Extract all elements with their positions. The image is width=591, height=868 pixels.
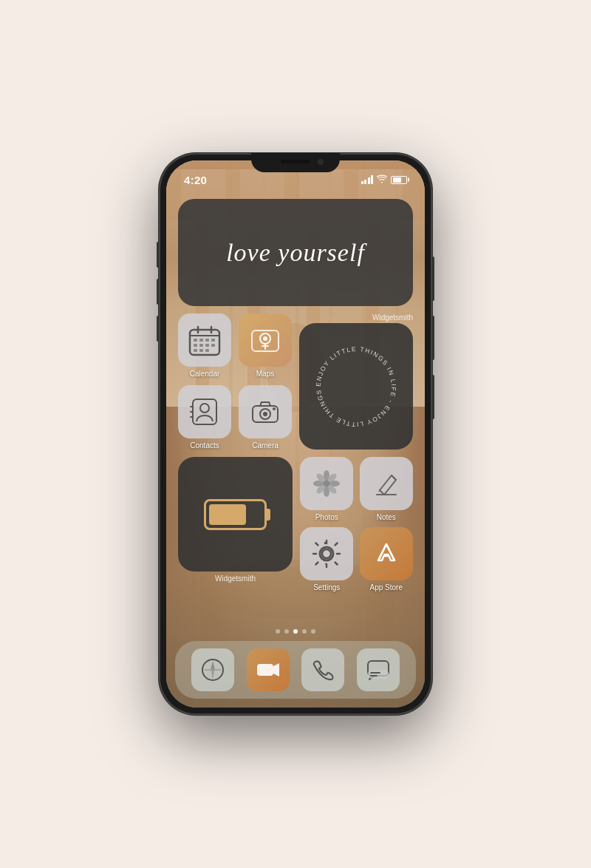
phone-screen: 4:20 — [166, 160, 425, 708]
settings-app[interactable]: Settings — [300, 527, 354, 591]
love-widget-text: love yourself — [226, 239, 365, 267]
svg-rect-59 — [257, 664, 273, 676]
svg-point-51 — [322, 549, 331, 558]
photos-icon — [300, 457, 353, 510]
notes-app[interactable]: Notes — [360, 457, 414, 521]
photos-label: Photos — [315, 513, 338, 521]
notes-icon — [360, 457, 413, 510]
svg-rect-22 — [199, 344, 203, 347]
circle-widget[interactable]: ENJOY LITTLE THINGS IN LIFE - ENJOY LITT… — [299, 323, 413, 450]
svg-rect-20 — [211, 339, 215, 342]
battery-icon — [391, 176, 407, 184]
bottom-row: Widgetsmith — [178, 457, 413, 591]
svg-rect-18 — [199, 339, 203, 342]
dock-phone-app[interactable] — [301, 648, 344, 691]
svg-rect-62 — [368, 670, 389, 679]
dock — [175, 641, 416, 699]
circle-text-svg: ENJOY LITTLE THINGS IN LIFE - ENJOY LITT… — [308, 339, 404, 435]
battery-fill — [209, 504, 246, 525]
calendar-svg — [187, 322, 222, 358]
appstore-icon — [360, 527, 413, 580]
page-dots — [166, 625, 425, 638]
right-apps-grid: Photos — [300, 457, 413, 591]
svg-rect-27 — [205, 349, 209, 352]
dock-messages-app[interactable] — [357, 648, 400, 691]
page-dot-3 — [293, 629, 298, 634]
contacts-app[interactable]: Contacts — [178, 385, 231, 450]
status-time: 4:20 — [184, 174, 207, 186]
phone-icon — [301, 648, 344, 691]
battery-widget-container: Widgetsmith — [178, 457, 293, 583]
maps-app[interactable]: Maps — [239, 313, 292, 378]
page-dot-4 — [302, 629, 307, 634]
page-dot-5 — [311, 629, 315, 634]
svg-rect-26 — [199, 349, 203, 352]
messages-icon — [357, 648, 400, 691]
svg-point-38 — [263, 412, 267, 416]
battery-widget-icon — [204, 499, 267, 530]
screen-content: 4:20 — [166, 160, 425, 708]
camera-app[interactable]: Camera — [239, 385, 292, 450]
phone-frame: 4:20 — [159, 153, 432, 715]
svg-rect-23 — [205, 344, 209, 347]
battery-widget[interactable] — [178, 457, 293, 572]
love-widget[interactable]: love yourself — [178, 199, 413, 306]
notch — [251, 153, 340, 172]
settings-icon — [300, 527, 353, 580]
left-apps: Calendar — [178, 313, 292, 450]
camera-icon — [239, 385, 292, 438]
notes-label: Notes — [377, 513, 396, 521]
photos-app[interactable]: Photos — [300, 457, 354, 521]
calendar-label: Calendar — [190, 370, 220, 378]
circle-widget-container: Widgetsmith ENJOY LITTLE THINGS IN LIFE … — [299, 313, 413, 450]
dock-compass-app[interactable] — [191, 648, 234, 691]
wifi-icon — [377, 174, 387, 186]
svg-rect-21 — [194, 344, 197, 347]
signal-bars-icon — [361, 175, 374, 184]
maps-label: Maps — [256, 370, 274, 378]
circle-widget-label: Widgetsmith — [299, 313, 413, 322]
svg-text:ENJOY LITTLE THINGS IN LIFE - : ENJOY LITTLE THINGS IN LIFE - ENJOY LITT… — [308, 339, 397, 428]
appstore-label: App Store — [370, 583, 403, 591]
status-icons — [361, 174, 408, 186]
speaker — [281, 160, 310, 163]
svg-point-35 — [200, 404, 209, 413]
front-camera — [318, 159, 324, 165]
settings-label: Settings — [313, 583, 340, 591]
svg-rect-25 — [194, 349, 197, 352]
apps-row-calendar-maps: Calendar — [178, 313, 292, 378]
battery-widget-label: Widgetsmith — [215, 574, 256, 583]
page-dot-2 — [284, 629, 289, 634]
maps-icon — [239, 313, 292, 367]
svg-rect-17 — [194, 339, 197, 342]
svg-marker-60 — [273, 663, 279, 677]
svg-rect-19 — [205, 339, 209, 342]
svg-rect-24 — [211, 344, 215, 347]
compass-icon — [191, 648, 234, 691]
contacts-icon — [178, 385, 231, 438]
calendar-icon — [178, 313, 231, 367]
home-content: love yourself — [166, 193, 425, 625]
camera-label: Camera — [252, 441, 279, 450]
svg-rect-63 — [370, 672, 380, 674]
contacts-label: Contacts — [190, 441, 219, 450]
svg-rect-64 — [370, 675, 378, 677]
calendar-app[interactable]: Calendar — [178, 313, 231, 378]
facetime-icon — [247, 648, 290, 691]
dock-facetime-app[interactable] — [247, 648, 290, 691]
apps-row-contacts-camera: Contacts — [178, 385, 292, 450]
svg-point-30 — [263, 336, 267, 341]
svg-point-39 — [273, 407, 276, 410]
appstore-app[interactable]: App Store — [360, 527, 414, 591]
page-dot-1 — [276, 629, 280, 634]
